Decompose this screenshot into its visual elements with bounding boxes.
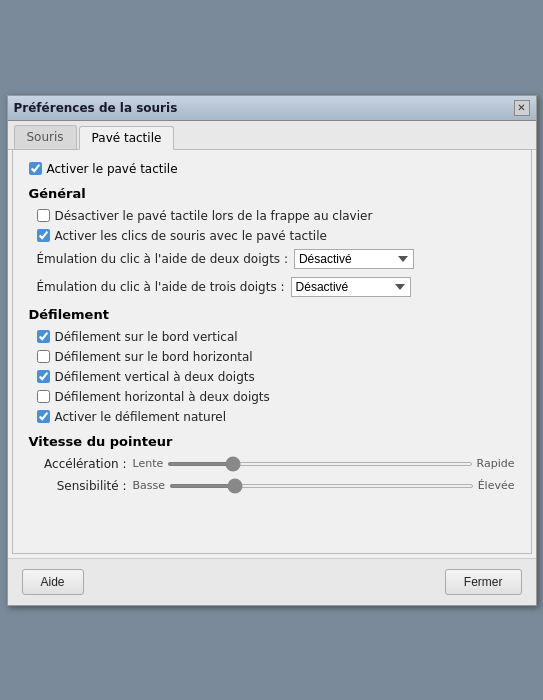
enable-clicks-checkbox[interactable] — [37, 229, 50, 242]
acceleration-max-label: Rapide — [477, 457, 515, 470]
scroll-horizontal-two-finger-row: Défilement horizontal à deux doigts — [37, 390, 515, 404]
two-finger-emulation-select[interactable]: Désactivé Activé — [294, 249, 414, 269]
three-finger-emulation-select[interactable]: Désactivé Activé — [291, 277, 411, 297]
scroll-vertical-edge-label: Défilement sur le bord vertical — [55, 330, 238, 344]
three-finger-emulation-row: Émulation du clic à l'aide de trois doig… — [37, 277, 515, 297]
general-section-title: Général — [29, 186, 515, 201]
tab-content: Activer le pavé tactile Général Désactiv… — [12, 150, 532, 554]
scroll-horizontal-two-finger-label: Défilement horizontal à deux doigts — [55, 390, 270, 404]
enable-clicks-row: Activer les clics de souris avec le pavé… — [37, 229, 515, 243]
scroll-vertical-two-finger-row: Défilement vertical à deux doigts — [37, 370, 515, 384]
main-window: Préférences de la souris ✕ Souris Pavé t… — [7, 95, 537, 606]
close-button[interactable]: Fermer — [445, 569, 522, 595]
sensitivity-label: Sensibilité : — [37, 479, 127, 493]
two-finger-emulation-row: Émulation du clic à l'aide de deux doigt… — [37, 249, 515, 269]
title-bar: Préférences de la souris ✕ — [8, 96, 536, 121]
sensitivity-slider[interactable] — [169, 484, 474, 488]
window-title: Préférences de la souris — [14, 101, 178, 115]
sensitivity-max-label: Élevée — [478, 479, 515, 492]
bottom-spacer — [29, 501, 515, 541]
activate-touchpad-label: Activer le pavé tactile — [47, 162, 178, 176]
activate-touchpad-checkbox[interactable] — [29, 162, 42, 175]
disable-on-keyboard-row: Désactiver le pavé tactile lors de la fr… — [37, 209, 515, 223]
natural-scroll-label: Activer le défilement naturel — [55, 410, 227, 424]
scroll-vertical-two-finger-checkbox[interactable] — [37, 370, 50, 383]
natural-scroll-row: Activer le défilement naturel — [37, 410, 515, 424]
scroll-horizontal-two-finger-checkbox[interactable] — [37, 390, 50, 403]
scroll-horizontal-edge-row: Défilement sur le bord horizontal — [37, 350, 515, 364]
window-close-button[interactable]: ✕ — [514, 100, 530, 116]
tab-pave-tactile[interactable]: Pavé tactile — [79, 126, 175, 150]
natural-scroll-checkbox[interactable] — [37, 410, 50, 423]
footer: Aide Fermer — [8, 558, 536, 605]
sensitivity-min-label: Basse — [133, 479, 166, 492]
acceleration-slider[interactable] — [167, 462, 472, 466]
scroll-horizontal-edge-label: Défilement sur le bord horizontal — [55, 350, 253, 364]
activate-touchpad-row: Activer le pavé tactile — [29, 162, 515, 176]
sensitivity-row: Sensibilité : Basse Élevée — [37, 479, 515, 493]
acceleration-row: Accélération : Lente Rapide — [37, 457, 515, 471]
acceleration-min-label: Lente — [133, 457, 164, 470]
defilement-section-title: Défilement — [29, 307, 515, 322]
help-button[interactable]: Aide — [22, 569, 84, 595]
acceleration-label: Accélération : — [37, 457, 127, 471]
tab-bar: Souris Pavé tactile — [8, 121, 536, 150]
scroll-vertical-two-finger-label: Défilement vertical à deux doigts — [55, 370, 255, 384]
tab-souris[interactable]: Souris — [14, 125, 77, 149]
disable-on-keyboard-label: Désactiver le pavé tactile lors de la fr… — [55, 209, 373, 223]
two-finger-emulation-label: Émulation du clic à l'aide de deux doigt… — [37, 252, 288, 266]
three-finger-emulation-label: Émulation du clic à l'aide de trois doig… — [37, 280, 285, 294]
scroll-vertical-edge-checkbox[interactable] — [37, 330, 50, 343]
enable-clicks-label: Activer les clics de souris avec le pavé… — [55, 229, 327, 243]
scroll-vertical-edge-row: Défilement sur le bord vertical — [37, 330, 515, 344]
disable-on-keyboard-checkbox[interactable] — [37, 209, 50, 222]
scroll-horizontal-edge-checkbox[interactable] — [37, 350, 50, 363]
vitesse-section-title: Vitesse du pointeur — [29, 434, 515, 449]
